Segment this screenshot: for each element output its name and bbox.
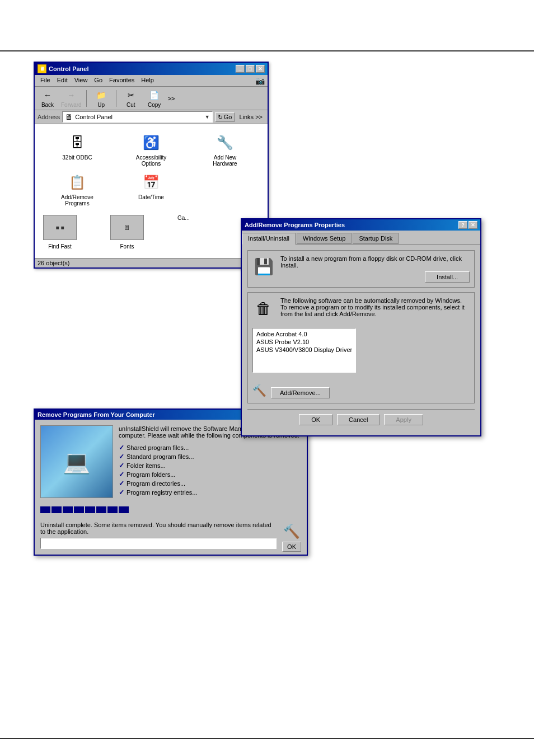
icon-fonts[interactable]: 🗏 Fonts [110,215,144,250]
tab-startup-disk[interactable]: Startup Disk [353,233,399,244]
add-hardware-icon: 🔧 [215,133,235,153]
fonts-box-icon: 🗏 [124,224,130,232]
up-label: Up [97,102,105,108]
ok-button[interactable]: OK [299,414,332,425]
icon-32bit-odbc[interactable]: 🗄 32bit ODBC [43,133,111,167]
remove-section-icon: 🔨 [252,384,266,397]
remove-complete-area: Uninstall complete. Some items removed. … [35,519,307,555]
control-panel-title: Control Panel [49,65,89,72]
addremove-help-button[interactable]: ? [458,221,467,229]
links-button[interactable]: Links >> [237,113,265,121]
cancel-button[interactable]: Cancel [337,414,380,425]
checklist-item-1-text: Standard program files... [127,453,194,460]
maximize-button[interactable]: □ [246,65,255,73]
addremove-footer: OK Cancel Apply [247,409,475,430]
icon-add-hardware[interactable]: 🔧 Add New Hardware [191,133,259,167]
checklist-item-3-text: Program folders... [127,471,175,478]
icon-datetime[interactable]: 📅 Date/Time [117,172,185,206]
addremove-window: Add/Remove Programs Properties ? ✕ Insta… [241,218,481,436]
forward-label: Forward [61,102,82,108]
remove-checklist: Shared program files... Standard program… [119,443,301,497]
statusbar: 26 object(s) [35,258,268,267]
toolbar-separator-1 [86,90,87,107]
32bit-odbc-label: 32bit ODBC [62,154,92,161]
software-item-2[interactable]: ASUS V3400/V3800 Display Driver [255,346,354,354]
forward-icon: → [64,88,78,102]
add-remove-button[interactable]: Add/Remove... [271,387,330,398]
progress-block-3 [63,506,73,513]
menu-help[interactable]: Help [138,76,157,85]
software-bottom-row: 🔨 Add/Remove... [252,383,330,398]
install-description: To install a new program from a floppy d… [280,255,470,269]
control-panel-window-icon: 🖥 [38,64,46,73]
checklist-item-5: Program registry entries... [119,488,301,497]
menu-edit[interactable]: Edit [54,76,71,85]
addressbar: Address 🖥 Control Panel ▼ ↻ Go Links >> [35,110,268,124]
toolbar-separator-2 [116,90,116,107]
install-button[interactable]: Install... [425,271,470,283]
remove-image-content: 💻 [41,426,113,497]
icon-add-remove[interactable]: 📋 Add/Remove Programs [43,172,111,206]
software-section-icon: 🗑 [252,297,275,320]
checklist-item-0-text: Shared program files... [127,444,189,451]
fonts-label: Fonts [120,243,134,250]
tab-windows-setup[interactable]: Windows Setup [297,233,352,244]
find-fast-squares-icon: ■ ■ [56,224,64,231]
cut-icon: ✂ [124,88,138,102]
remove-ok-button[interactable]: OK [282,542,301,552]
tab-install-uninstall[interactable]: Install/Uninstall [242,233,296,245]
menu-favorites[interactable]: Favorites [106,76,137,85]
software-section-top: 🗑 The following software can be automati… [252,297,470,320]
checklist-item-3: Program folders... [119,470,301,479]
remove-progress [35,504,307,519]
menubar: File Edit View Go Favorites Help 📷 [35,75,268,87]
back-label: Back [41,102,54,108]
addremove-close-button[interactable]: ✕ [469,221,477,229]
minimize-button[interactable]: _ [236,65,245,73]
address-icon: 🖥 [65,112,73,121]
checklist-item-0: Shared program files... [119,443,301,452]
find-fast-label: Find Fast [48,243,72,250]
menu-go[interactable]: Go [91,76,105,85]
toolbar-more[interactable]: >> [168,95,175,102]
datetime-label: Date/Time [138,194,164,200]
back-button[interactable]: ← Back [38,88,58,108]
menu-file[interactable]: File [38,76,53,85]
icon-ga[interactable]: Ga... [177,215,190,250]
remove-text-input[interactable] [40,538,277,549]
forward-button[interactable]: → Forward [61,88,82,108]
addremove-tabs: Install/Uninstall Windows Setup Startup … [242,231,480,245]
cp-icons-row3: ■ ■ Find Fast 🗏 Fonts Ga... [40,212,262,252]
up-button[interactable]: 📁 Up [91,88,111,108]
cut-button[interactable]: ✂ Cut [121,88,141,108]
software-list[interactable]: Adobe Acrobat 4.0 ASUS Probe V2.10 ASUS … [252,328,356,373]
add-remove-label: Add/Remove Programs [55,194,100,206]
statusbar-text: 26 object(s) [38,260,69,266]
icon-placeholder [191,172,259,206]
menu-view[interactable]: View [72,76,91,85]
go-button[interactable]: ↻ Go [215,112,235,122]
progress-block-6 [96,506,106,513]
top-divider [0,50,534,51]
software-item-1[interactable]: ASUS Probe V2.10 [255,338,354,346]
software-section: 🗑 The following software can be automati… [247,292,475,403]
copy-button[interactable]: 📄 Copy [144,88,165,108]
checklist-item-4-text: Program directories... [127,480,185,487]
icon-find-fast[interactable]: ■ ■ Find Fast [43,215,77,250]
software-item-0[interactable]: Adobe Acrobat 4.0 [255,330,354,338]
accessibility-icon: ♿ [141,133,161,153]
apply-button[interactable]: Apply [384,414,423,425]
progress-block-5 [85,506,95,513]
go-label: Go [224,114,232,120]
back-icon: ← [41,88,54,102]
checklist-item-2-text: Folder items... [127,462,166,469]
address-field[interactable]: 🖥 Control Panel ▼ [62,111,212,123]
close-button[interactable]: ✕ [256,65,265,73]
cp-icons-row2: 📋 Add/Remove Programs 📅 Date/Time [40,170,262,209]
icon-accessibility[interactable]: ♿ Accessibility Options [117,133,185,167]
address-label: Address [38,114,60,120]
progress-block-4 [74,506,84,513]
toolbar: ← Back → Forward 📁 Up ✂ Cut 📄 Copy >> [35,87,268,110]
address-dropdown-icon[interactable]: ▼ [205,114,210,120]
software-description: The following software can be automatica… [280,297,470,320]
